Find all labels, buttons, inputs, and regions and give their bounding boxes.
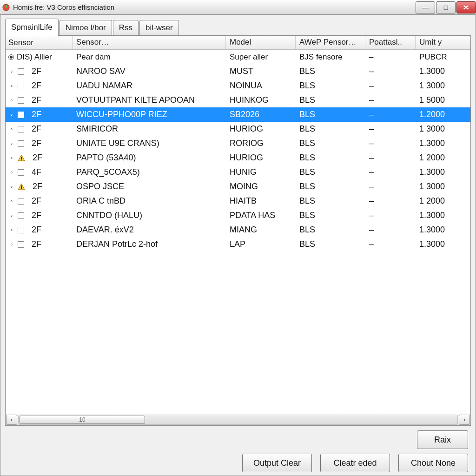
tab-label: Nimoe l/bor xyxy=(66,23,106,32)
button-row-1: Raix xyxy=(5,426,471,452)
titlebar: Homis fre: V3 Coros effisnciation — □ ✕ xyxy=(0,0,476,15)
cell: SMIRICOR xyxy=(73,123,226,135)
svg-rect-3 xyxy=(21,157,22,159)
checkbox-icon xyxy=(18,112,24,118)
scroll-track[interactable]: 10 xyxy=(18,415,458,425)
button-label: Chout None xyxy=(411,458,456,468)
scroll-left-button[interactable]: ‹ xyxy=(6,415,17,425)
column-header-sensor2[interactable]: Sensor… xyxy=(73,36,226,49)
cell: ∘2F xyxy=(6,137,73,150)
table-row[interactable]: ∘2FUADU NAMARNOINUABLS–1 3000 xyxy=(6,79,470,93)
column-header-umit[interactable]: Umit y xyxy=(416,36,462,49)
cell: WICCU-PPHO00P RIEZ xyxy=(73,108,226,121)
table-row[interactable]: ∘2FOSPO JSCEMOINGBLS–1 3000 xyxy=(6,179,470,194)
scroll-thumb[interactable]: 10 xyxy=(20,416,145,424)
table-row[interactable]: ∘2FSMIRICORHURIOGBLS–1 3000 xyxy=(6,122,470,136)
cell: BLS xyxy=(296,137,365,150)
cell: PUBCR xyxy=(416,51,462,63)
tab-bilwser[interactable]: bil-wser xyxy=(139,20,179,35)
cell: NOINUA xyxy=(226,79,296,92)
cell: – xyxy=(365,94,416,106)
cell: – xyxy=(365,65,416,78)
tab-rss[interactable]: Rss xyxy=(113,20,139,35)
cell-text: 2F xyxy=(32,196,41,206)
cell: – xyxy=(365,209,416,222)
chout-none-button[interactable]: Chout None xyxy=(398,454,468,472)
cell: ∘2F xyxy=(6,94,73,106)
cleatr-eded-button[interactable]: Cleatr eded xyxy=(320,454,390,472)
table-row[interactable]: ∘2FUNIATE U9E CRANS)RORIOGBLS–1.3000 xyxy=(6,136,470,151)
output-clear-button[interactable]: Output Clear xyxy=(242,454,312,472)
cell: OSPO JSCE xyxy=(73,180,226,193)
button-label: Cleatr eded xyxy=(333,458,377,468)
cell-text: 2F xyxy=(32,66,41,76)
cell-text: 2F xyxy=(32,124,41,134)
thumb-label: 10 xyxy=(79,416,85,423)
table-row[interactable]: ∘2FORIA C tnBDHIAITBBLS–1 2000 xyxy=(6,194,470,208)
column-header-sensor[interactable]: Sensor xyxy=(6,36,73,49)
checkbox-icon xyxy=(18,198,24,205)
cell: BLS xyxy=(296,123,365,135)
warning-icon xyxy=(18,154,25,162)
tab-nimoe[interactable]: Nimoe l/bor xyxy=(60,20,112,35)
cell: DIS) Allier xyxy=(6,51,73,63)
tab-label: Rss xyxy=(119,23,132,32)
cell-text: 2F xyxy=(32,81,41,91)
cell: 1 2000 xyxy=(416,152,462,164)
table-row[interactable]: ∘2FNAROO SAVMUSTBLS–1.3000 xyxy=(6,64,470,79)
tree-glyph-icon: ∘ xyxy=(8,155,15,161)
cell: PDATA HAS xyxy=(226,209,296,222)
cell: ∘2F xyxy=(6,65,73,78)
group-row[interactable]: DIS) Allier Pear dam Super aller BJS fen… xyxy=(6,50,470,64)
tree-glyph-icon: ∘ xyxy=(8,97,15,104)
tab-spmainllife[interactable]: SpmainlLife xyxy=(5,19,59,36)
cell: BLS xyxy=(296,195,365,207)
close-button[interactable]: ✕ xyxy=(456,1,476,13)
table-row[interactable]: ∘2FDAEVAR. éxV2MIANGBLS–1.3000 xyxy=(6,223,470,237)
svg-rect-7 xyxy=(21,188,22,189)
maximize-button[interactable]: □ xyxy=(436,1,456,13)
tree-glyph-icon: ∘ xyxy=(8,212,15,219)
cell: DAEVAR. éxV2 xyxy=(73,224,226,236)
cell: – xyxy=(365,137,416,150)
cell: LAP xyxy=(226,238,296,251)
cell: BJS fensore xyxy=(296,51,365,63)
cell: HURIOG xyxy=(226,152,296,164)
minimize-button[interactable]: — xyxy=(416,1,435,13)
column-header-poattasl[interactable]: Poattasl.. xyxy=(365,36,416,49)
cell: HIAITB xyxy=(226,195,296,207)
column-header-awep[interactable]: AWeP Pensor… xyxy=(296,36,365,49)
tab-strip: SpmainlLife Nimoe l/bor Rss bil-wser xyxy=(5,19,471,35)
cell: Super aller xyxy=(226,51,296,63)
chevron-right-icon: › xyxy=(463,416,465,423)
table-row[interactable]: ∘2FVOTUUTPANT KILTE APOOANHUINKOGBLS–1 5… xyxy=(6,93,470,107)
column-header-row: Sensor Sensor… Model AWeP Pensor… Poatta… xyxy=(6,36,470,50)
scroll-right-button[interactable]: › xyxy=(459,415,470,425)
minimize-icon: — xyxy=(422,4,429,11)
button-label: Raix xyxy=(434,435,451,445)
cell: BLS xyxy=(296,209,365,222)
tree-glyph-icon: ∘ xyxy=(8,140,15,147)
table-row[interactable]: ∘2FCNNTDO (HALU)PDATA HASBLS–1.3000 xyxy=(6,208,470,223)
button-label: Output Clear xyxy=(253,458,301,468)
checkbox-icon xyxy=(18,140,24,147)
table-row[interactable]: ∘2FWICCU-PPHO00P RIEZSB2026BLS–1.2000 xyxy=(6,107,470,122)
cell: ∘2F xyxy=(6,180,73,193)
table-row[interactable]: ∘2FPAPTO (53A40)HURIOGBLS–1 2000 xyxy=(6,151,470,165)
cell: 1.3000 xyxy=(416,238,462,251)
table-row[interactable]: ∘2FDERJAN PotrLc 2-hofLAPBLS–1.3000 xyxy=(6,237,470,251)
raix-button[interactable]: Raix xyxy=(417,430,468,449)
checkbox-icon xyxy=(18,83,24,89)
cell: PARQ_5COAX5) xyxy=(73,166,226,178)
cell: UADU NAMAR xyxy=(73,79,226,92)
table-row[interactable]: ∘4FPARQ_5COAX5)HUNIGBLS–1.3000 xyxy=(6,165,470,179)
column-header-model[interactable]: Model xyxy=(226,36,296,49)
cell: BLS xyxy=(296,94,365,106)
cell: BLS xyxy=(296,224,365,236)
radio-icon xyxy=(8,54,14,60)
cell: BLS xyxy=(296,65,365,78)
horizontal-scrollbar[interactable]: ‹ 10 › xyxy=(6,414,470,425)
window-controls: — □ ✕ xyxy=(415,1,476,13)
cell: HUNIG xyxy=(226,166,296,178)
cell-text: 2F xyxy=(32,139,41,148)
